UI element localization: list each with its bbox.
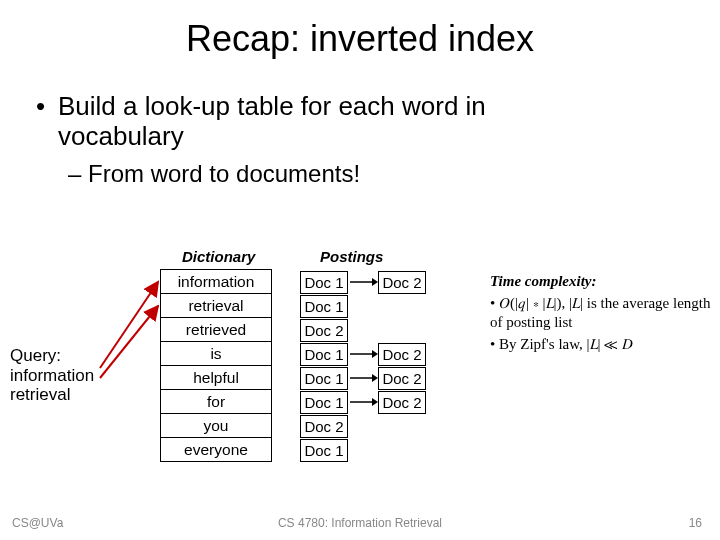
slide-title: Recap: inverted index [0,18,720,60]
bullet-list: •Build a look-up table for each word in … [36,92,720,188]
posting-cell: Doc 2 [300,415,348,438]
svg-line-1 [100,306,158,378]
posting-cell: Doc 1 [300,367,348,390]
time-complexity-notes: Time complexity: 𝑂(|𝑞| ∗ |𝐿|), |𝐿| is th… [490,272,712,354]
query-line-1: Query: [10,346,61,365]
postings-header: Postings [320,248,383,265]
dictionary-header: Dictionary [182,248,255,265]
posting-cell: Doc 1 [300,391,348,414]
posting-cell: Doc 1 [300,271,348,294]
dict-cell: retrieved [160,317,272,342]
dict-cell: everyone [160,437,272,462]
postings-row: Doc 1 [300,439,348,462]
postings-row: Doc 2 [300,415,348,438]
postings-row: Doc 1Doc 2 [300,391,426,414]
query-arrows-svg [90,258,170,418]
posting-cell: Doc 2 [300,319,348,342]
arrow-right-icon [348,271,378,294]
posting-cell: Doc 2 [378,367,426,390]
arrow-right-icon [348,391,378,414]
dict-cell: retrieval [160,293,272,318]
postings-row: Doc 1 [300,295,348,318]
notes-zipf: By Zipf's law, |𝐿| ≪ 𝐷 [490,335,712,355]
posting-cell: Doc 2 [378,271,426,294]
arrow-right-icon [348,367,378,390]
dictionary-column: information retrieval retrieved is helpf… [160,270,272,462]
query-line-3: retrieval [10,385,70,404]
dict-cell: information [160,269,272,294]
posting-cell: Doc 2 [378,391,426,414]
bullet-2-text: From word to documents! [88,160,360,187]
posting-cell: Doc 1 [300,343,348,366]
bullet-level-2: – From word to documents! [68,160,720,188]
bullet-1-text: Build a look-up table for each word in v… [58,92,608,152]
footer-page-number: 16 [689,516,702,530]
inverted-index-diagram: Query: information retrieval Dictionary … [0,248,720,518]
bullet-level-1: •Build a look-up table for each word in … [36,92,720,152]
dict-cell: for [160,389,272,414]
footer-course: CS 4780: Information Retrieval [0,516,720,530]
dict-cell: is [160,341,272,366]
postings-row: Doc 1Doc 2 [300,367,426,390]
postings-row: Doc 1Doc 2 [300,343,426,366]
dict-cell: helpful [160,365,272,390]
postings-row: Doc 1Doc 2 [300,271,426,294]
query-line-2: information [10,366,94,385]
dict-cell: you [160,413,272,438]
posting-cell: Doc 1 [300,439,348,462]
arrow-right-icon [348,343,378,366]
posting-cell: Doc 1 [300,295,348,318]
notes-formula: 𝑂(|𝑞| ∗ |𝐿|), |𝐿| is the average length … [490,294,712,333]
svg-line-0 [100,282,158,368]
posting-cell: Doc 2 [378,343,426,366]
notes-heading: Time complexity: [490,273,597,289]
postings-row: Doc 2 [300,319,348,342]
